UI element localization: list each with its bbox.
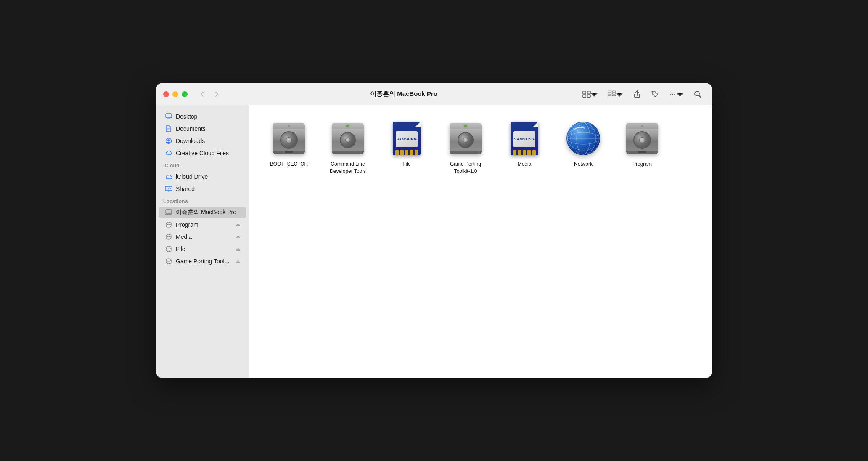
svg-point-12 bbox=[672, 93, 673, 95]
sidebar-item-shared[interactable]: Shared bbox=[159, 183, 246, 195]
sidebar-item-macbook[interactable]: 이종훈의 MacBook Pro bbox=[159, 207, 246, 218]
main-content: Desktop Documents bbox=[156, 105, 712, 378]
game-porting-icon bbox=[447, 119, 484, 157]
share-button[interactable] bbox=[630, 88, 644, 101]
sidebar-item-documents[interactable]: Documents bbox=[159, 123, 246, 135]
icloud-drive-icon bbox=[165, 173, 172, 180]
desktop-icon bbox=[165, 113, 172, 120]
view-icon-button[interactable] bbox=[580, 88, 601, 101]
program-sidebar-label: Program bbox=[176, 221, 233, 228]
sidebar: Desktop Documents bbox=[156, 105, 249, 378]
toolbar-actions bbox=[580, 88, 705, 101]
macbook-icon bbox=[165, 209, 172, 216]
media-icon: SAMSUNG bbox=[505, 119, 543, 157]
documents-icon bbox=[165, 125, 172, 132]
file-sidebar-label: File bbox=[176, 246, 233, 252]
svg-point-29 bbox=[166, 246, 171, 249]
more-button[interactable] bbox=[665, 88, 687, 101]
boot-sector-label: BOOT_SECTOR bbox=[270, 161, 308, 168]
boot-sector-icon bbox=[270, 119, 308, 157]
back-button[interactable] bbox=[196, 89, 209, 100]
titlebar: 이종훈의 MacBook Pro bbox=[156, 83, 712, 105]
icloud-section-label: iCloud bbox=[156, 159, 249, 170]
network-label: Network bbox=[574, 161, 593, 168]
svg-point-10 bbox=[653, 92, 654, 93]
program-label: Program bbox=[632, 161, 652, 168]
svg-point-28 bbox=[166, 234, 171, 237]
nav-buttons bbox=[196, 89, 223, 100]
svg-rect-17 bbox=[167, 119, 171, 119]
cloud-files-icon bbox=[165, 149, 172, 157]
game-porting-sidebar-label: Game Porting Tool... bbox=[176, 258, 233, 265]
svg-rect-4 bbox=[608, 91, 611, 92]
shared-label: Shared bbox=[176, 185, 240, 192]
eject-program[interactable]: ⏏ bbox=[236, 222, 240, 228]
file-label: File bbox=[402, 161, 410, 168]
window-controls bbox=[163, 91, 188, 97]
svg-rect-15 bbox=[166, 114, 172, 118]
file-item-media[interactable]: SAMSUNG Media bbox=[497, 115, 552, 179]
svg-point-25 bbox=[170, 188, 171, 189]
downloads-icon bbox=[165, 137, 172, 145]
shared-icon bbox=[165, 185, 172, 193]
command-line-icon bbox=[329, 119, 367, 157]
close-button[interactable] bbox=[163, 91, 169, 97]
file-item-file[interactable]: SAMSUNG File bbox=[379, 115, 434, 179]
svg-point-24 bbox=[168, 188, 169, 189]
maximize-button[interactable] bbox=[182, 91, 188, 97]
downloads-label: Downloads bbox=[176, 138, 240, 144]
desktop-label: Desktop bbox=[176, 113, 240, 120]
program-icon bbox=[623, 119, 661, 157]
minimize-button[interactable] bbox=[172, 91, 178, 97]
sidebar-item-icloud-drive[interactable]: iCloud Drive bbox=[159, 171, 246, 183]
svg-point-13 bbox=[674, 93, 675, 95]
network-icon bbox=[564, 119, 602, 157]
svg-rect-26 bbox=[166, 210, 172, 214]
svg-rect-2 bbox=[583, 94, 586, 97]
eject-media[interactable]: ⏏ bbox=[236, 234, 240, 240]
svg-rect-5 bbox=[608, 93, 611, 94]
svg-point-14 bbox=[695, 91, 699, 96]
svg-point-27 bbox=[166, 222, 171, 225]
locations-section-label: Locations bbox=[156, 195, 249, 206]
file-item-network[interactable]: Network bbox=[556, 115, 611, 179]
sidebar-item-downloads[interactable]: Downloads bbox=[159, 135, 246, 147]
svg-rect-0 bbox=[583, 91, 586, 93]
sidebar-item-media[interactable]: Media ⏏ bbox=[159, 231, 246, 243]
media-sidebar-label: Media bbox=[176, 233, 233, 240]
forward-button[interactable] bbox=[210, 89, 223, 100]
file-item-boot-sector[interactable]: BOOT_SECTOR bbox=[262, 115, 316, 179]
eject-file[interactable]: ⏏ bbox=[236, 246, 240, 252]
svg-point-11 bbox=[670, 93, 671, 95]
file-item-game-porting[interactable]: Game Porting Toolkit-1.0 bbox=[438, 115, 493, 179]
icloud-drive-label: iCloud Drive bbox=[176, 173, 240, 180]
finder-window: 이종훈의 MacBook Pro bbox=[156, 83, 712, 378]
command-line-label: Command Line Developer Tools bbox=[324, 161, 372, 175]
svg-point-23 bbox=[167, 188, 168, 189]
svg-point-30 bbox=[166, 259, 171, 261]
documents-label: Documents bbox=[176, 125, 240, 132]
group-view-button[interactable] bbox=[605, 88, 627, 101]
game-porting-label: Game Porting Toolkit-1.0 bbox=[442, 161, 490, 175]
drive-icon-game-porting bbox=[165, 257, 172, 265]
sidebar-item-game-porting[interactable]: Game Porting Tool... ⏏ bbox=[159, 255, 246, 267]
file-item-command-line[interactable]: Command Line Developer Tools bbox=[320, 115, 375, 179]
sidebar-item-program[interactable]: Program ⏏ bbox=[159, 219, 246, 231]
eject-game-porting[interactable]: ⏏ bbox=[236, 259, 240, 264]
drive-icon-file bbox=[165, 245, 172, 253]
drive-icon-program bbox=[165, 221, 172, 228]
file-icon-icon: SAMSUNG bbox=[388, 119, 426, 157]
sidebar-item-file[interactable]: File ⏏ bbox=[159, 243, 246, 255]
tag-button[interactable] bbox=[648, 88, 662, 101]
file-area: BOOT_SECTOR bbox=[249, 105, 712, 378]
sidebar-item-creative-cloud[interactable]: Creative Cloud Files bbox=[159, 147, 246, 159]
media-label: Media bbox=[518, 161, 532, 168]
drive-icon-media bbox=[165, 233, 172, 241]
svg-rect-6 bbox=[608, 95, 611, 96]
creative-cloud-label: Creative Cloud Files bbox=[176, 150, 240, 156]
window-title: 이종훈의 MacBook Pro bbox=[228, 90, 580, 98]
file-item-program[interactable]: Program bbox=[615, 115, 670, 179]
search-button[interactable] bbox=[691, 88, 705, 101]
sidebar-item-desktop[interactable]: Desktop bbox=[159, 111, 246, 122]
file-grid: BOOT_SECTOR bbox=[262, 115, 699, 179]
